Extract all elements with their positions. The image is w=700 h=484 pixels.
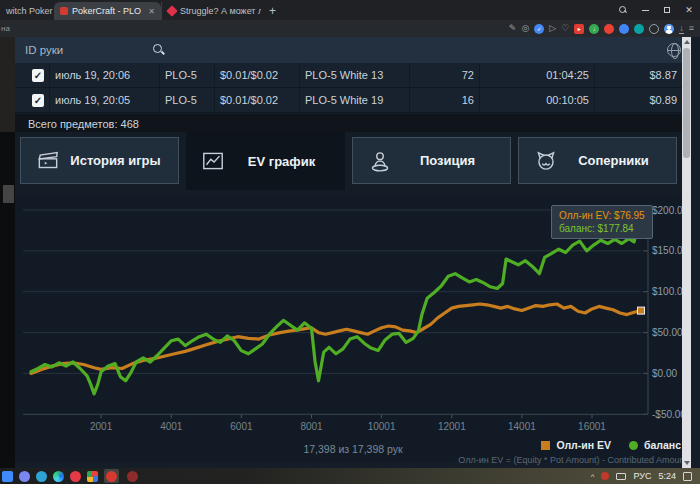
minimize-button[interactable]	[634, 0, 656, 20]
profile-avatar-icon[interactable]	[664, 24, 674, 34]
taskbar-app-discord[interactable]	[19, 471, 30, 482]
close-tab-icon[interactable]: ✕	[148, 7, 155, 16]
table-total: Всего предметов: 468	[15, 114, 691, 133]
tooltip-balance-value: баланс: $177.84	[559, 222, 645, 235]
shield-extension-icon[interactable]: ✓	[534, 24, 544, 34]
maximize-button[interactable]	[656, 0, 678, 20]
taskbar-app-photos[interactable]	[87, 471, 98, 482]
red-extension-icon[interactable]	[604, 24, 614, 34]
tooltip-ev-value: Олл-ин EV: $76.95	[559, 209, 645, 222]
tab-label: Позиция	[393, 153, 510, 168]
svg-text:12001: 12001	[438, 421, 466, 432]
taskbar-app-active[interactable]	[104, 469, 119, 483]
cell-date: июль 19, 20:06	[50, 63, 160, 87]
extension-icons: ✎ ◎ ✓ ▷ ♡ ▸ ↓ ↓ ≡	[509, 24, 700, 34]
cell-hands: 16	[410, 88, 480, 112]
play-icon[interactable]: ▷	[549, 24, 556, 33]
hand-id-search-input[interactable]	[25, 44, 145, 56]
row-checkbox[interactable]: ✓	[32, 69, 44, 82]
clock[interactable]: 5:24	[658, 471, 676, 481]
view-tabs: История игры EV график Позиция	[15, 132, 691, 195]
svg-text:14001: 14001	[508, 421, 536, 432]
ev-formula: Олл-ин EV = (Equity * Pot Amount) - Cont…	[458, 455, 687, 465]
row-checkbox[interactable]: ✓	[32, 94, 44, 107]
svg-text:6001: 6001	[230, 421, 253, 432]
chart-tooltip: Олл-ин EV: $76.95 баланс: $177.84	[551, 205, 653, 239]
table-row[interactable]: ✓ июль 19, 20:06 PLO-5 $0.01/$0.02 PLO-5…	[15, 63, 691, 88]
taskbar-app-blue[interactable]	[2, 471, 13, 482]
scroll-down-arrow[interactable]	[682, 458, 691, 468]
tab-label: История игры	[61, 153, 178, 168]
browser-tab-title: PokerCraft - PLO	[72, 6, 141, 16]
display-icon[interactable]	[616, 473, 626, 480]
camera-icon[interactable]: ◎	[521, 24, 529, 33]
cell-date: июль 19, 20:05	[50, 88, 160, 112]
total-items-label: Всего предметов: 468	[28, 118, 139, 130]
tab-favicon	[166, 5, 177, 16]
tab-game-history[interactable]: История игры	[20, 137, 179, 184]
taskbar-app-edge[interactable]	[53, 471, 64, 482]
globe-icon[interactable]	[667, 43, 681, 57]
browser-tab-twitch[interactable]: witch Poker Moment ✕	[0, 2, 54, 20]
close-window-button[interactable]: ✕	[678, 0, 700, 20]
cart-extension-icon[interactable]	[619, 24, 629, 34]
scrollbar-thumb[interactable]	[683, 48, 690, 158]
tab-position[interactable]: Позиция	[352, 137, 511, 184]
cell-duration: 01:04:25	[480, 63, 595, 87]
taskbar-app-maps[interactable]	[70, 471, 81, 482]
menu-icon[interactable]: ≡	[689, 24, 694, 33]
cat-face-icon	[533, 148, 559, 174]
cell-amount: $0.89	[595, 88, 691, 112]
screen: witch Poker Moment ✕ PokerCraft - PLO ✕ …	[0, 0, 700, 484]
cell-table: PLO-5 White 19	[300, 88, 410, 112]
table-row[interactable]: ✓ июль 19, 20:05 PLO-5 $0.01/$0.02 PLO-5…	[15, 88, 691, 113]
video-extension-icon[interactable]: ▸	[574, 24, 584, 34]
tab-ev-graph[interactable]: EV график	[186, 132, 345, 190]
new-tab-button[interactable]: +	[269, 4, 276, 18]
chart-icon	[200, 148, 226, 174]
scroll-up-arrow[interactable]	[682, 37, 691, 47]
page-scrollbar[interactable]	[682, 37, 691, 468]
cell-duration: 00:10:05	[480, 88, 595, 112]
cell-stakes: $0.01/$0.02	[215, 63, 300, 87]
pokercraft-page: ✓ июль 19, 20:06 PLO-5 $0.01/$0.02 PLO-5…	[0, 37, 700, 468]
language-indicator[interactable]: РУС	[633, 471, 651, 481]
taskbar-app-telegram[interactable]	[36, 471, 47, 482]
svg-text:$0.00: $0.00	[652, 368, 677, 379]
cell-table: PLO-5 White 13	[300, 63, 410, 87]
svg-text:16001: 16001	[578, 421, 606, 432]
search-icon[interactable]	[153, 44, 165, 56]
hands-counter: 17,398 из 17,398 рук	[15, 443, 691, 455]
browser-tab-struggle[interactable]: Struggle? А может лучше ✕	[161, 2, 261, 20]
taskbar-app-red2[interactable]	[125, 469, 140, 483]
tray-expand-icon[interactable]: ^	[591, 472, 595, 481]
taskbar-apps	[0, 469, 140, 483]
globe-extension-icon[interactable]	[649, 24, 659, 34]
cell-stakes: $0.01/$0.02	[215, 88, 300, 112]
teal-extension-icon[interactable]	[634, 24, 644, 34]
tab-opponents[interactable]: Соперники	[518, 137, 677, 184]
cell-game: PLO-5	[160, 88, 215, 112]
position-pin-icon	[367, 148, 393, 174]
browser-tab-title: witch Poker Moment	[6, 6, 54, 16]
svg-text:2001: 2001	[90, 421, 113, 432]
hand-history-table: ✓ июль 19, 20:06 PLO-5 $0.01/$0.02 PLO-5…	[15, 63, 691, 113]
tab-label: Соперники	[559, 153, 676, 168]
adblock-extension-icon[interactable]: ↓	[589, 24, 599, 34]
system-tray: ^ РУС 5:24	[591, 471, 700, 481]
tray-app-icon[interactable]	[601, 472, 609, 480]
heart-icon[interactable]: ♡	[561, 24, 569, 33]
page-content: ✓ июль 19, 20:06 PLO-5 $0.01/$0.02 PLO-5…	[15, 37, 691, 468]
window-controls: ✕	[612, 0, 700, 20]
clapperboard-icon	[35, 148, 61, 174]
edit-icon[interactable]: ✎	[509, 24, 517, 33]
download-icon[interactable]: ↓	[679, 24, 684, 34]
ev-chart-panel: $200.00$150.00$100.00$50.00$0.00-$50.002…	[15, 195, 691, 462]
browser-tab-title: Struggle? А может лучше	[180, 6, 261, 16]
search-tabs-icon[interactable]	[612, 0, 634, 20]
notification-icon[interactable]	[683, 472, 692, 481]
taskbar: ^ РУС 5:24	[0, 468, 700, 484]
cell-hands: 72	[410, 63, 480, 87]
browser-tab-pokercraft[interactable]: PokerCraft - PLO ✕	[54, 2, 161, 20]
svg-text:4001: 4001	[160, 421, 183, 432]
